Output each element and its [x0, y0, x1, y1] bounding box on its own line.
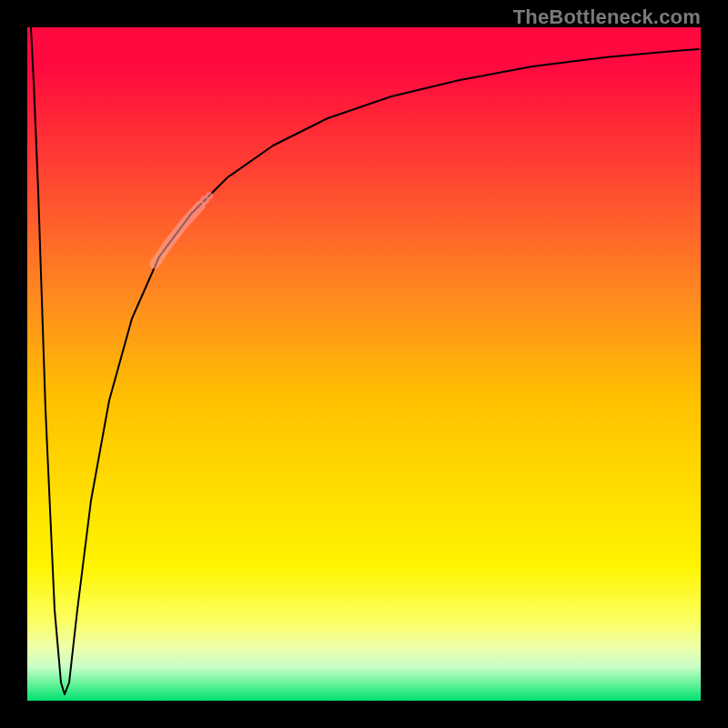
watermark-text: TheBottleneck.com — [513, 5, 701, 29]
highlight-dot — [206, 192, 213, 199]
bottleneck-curve — [31, 27, 699, 694]
chart-frame: TheBottleneck.com — [0, 0, 728, 728]
plot-area — [27, 27, 701, 701]
curve-layer — [27, 27, 701, 701]
highlight-segment — [155, 206, 200, 264]
